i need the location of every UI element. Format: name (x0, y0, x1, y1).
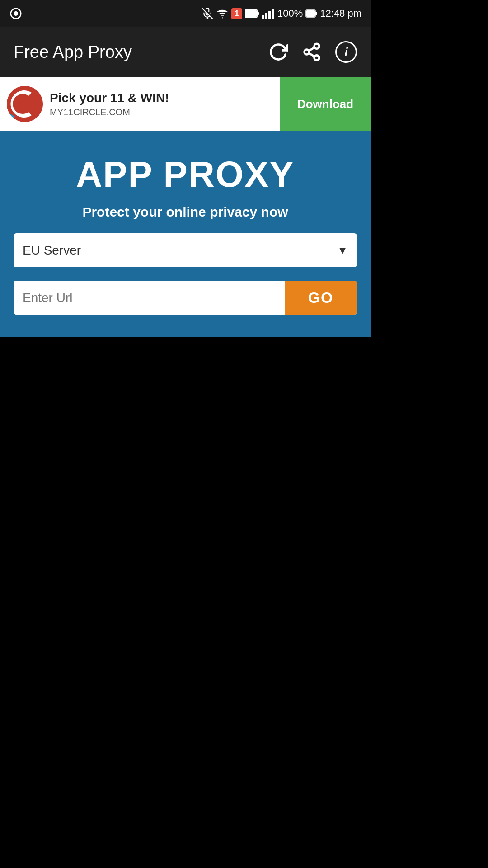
battery-small-icon (305, 9, 317, 18)
status-bar-left (9, 7, 23, 20)
header-icons: i (268, 41, 357, 63)
proxy-title: APP PROXY (76, 154, 294, 195)
ad-banner[interactable]: Pick your 11 & WIN! MY11CIRCLE.COM Downl… (0, 77, 371, 131)
info-icon: i (335, 41, 357, 63)
share-button[interactable] (302, 42, 322, 62)
app-header: Free App Proxy i (0, 27, 371, 77)
wifi-icon (216, 7, 229, 20)
bottom-area (0, 337, 371, 789)
svg-line-20 (309, 47, 315, 51)
share-icon (302, 42, 322, 62)
url-input-row: GO (14, 281, 357, 315)
app-title: Free App Proxy (14, 42, 132, 62)
speaker-icon (9, 7, 23, 20)
refresh-icon (268, 42, 288, 62)
ad-subtitle: MY11CIRCLE.COM (50, 107, 169, 118)
go-button[interactable]: GO (285, 281, 357, 315)
svg-rect-8 (257, 12, 259, 15)
svg-rect-7 (246, 10, 257, 17)
ad-download-button[interactable]: Download (280, 77, 371, 131)
refresh-button[interactable] (268, 42, 288, 62)
battery-icon (245, 9, 259, 19)
svg-point-1 (14, 11, 18, 16)
ad-logo (7, 86, 43, 122)
svg-line-19 (309, 53, 315, 57)
ad-title: Pick your 11 & WIN! (50, 91, 169, 105)
svg-rect-15 (315, 12, 317, 15)
clock: 12:48 pm (320, 8, 361, 19)
ad-content: Pick your 11 & WIN! MY11CIRCLE.COM (0, 86, 280, 122)
svg-point-22 (19, 99, 30, 109)
sim-badge: 1 (231, 8, 242, 19)
proxy-tagline: Protect your online privacy now (82, 204, 288, 220)
battery-percent: 100% (277, 8, 303, 19)
svg-rect-14 (306, 10, 315, 17)
svg-rect-11 (268, 11, 271, 19)
svg-rect-10 (265, 13, 267, 19)
server-select[interactable]: EU Server US Server UK Server CA Server … (14, 233, 357, 267)
main-content: APP PROXY Protect your online privacy no… (0, 131, 371, 337)
svg-rect-12 (272, 9, 274, 19)
mute-icon (202, 8, 213, 19)
signal-icon (262, 9, 275, 19)
server-select-wrapper: EU Server US Server UK Server CA Server … (14, 233, 357, 267)
svg-rect-9 (262, 15, 264, 19)
ad-text-block: Pick your 11 & WIN! MY11CIRCLE.COM (50, 91, 169, 118)
status-bar-right: 1 100% 12:48 pm (202, 7, 361, 20)
url-input[interactable] (14, 281, 285, 315)
info-button[interactable]: i (335, 41, 357, 63)
status-bar: 1 100% 12:48 pm (0, 0, 371, 27)
svg-point-5 (222, 17, 223, 18)
